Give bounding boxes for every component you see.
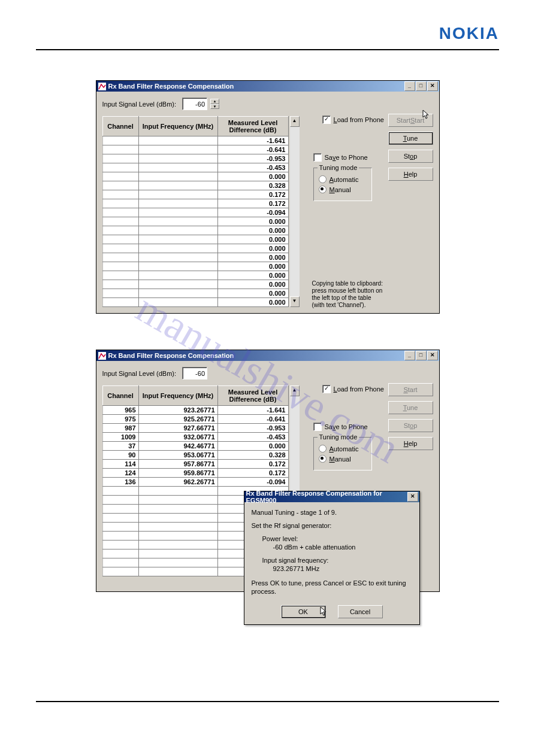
cell-freq[interactable]: 959.86771 bbox=[138, 469, 217, 478]
cell-diff[interactable]: -1.641 bbox=[217, 136, 288, 145]
cell-channel[interactable] bbox=[102, 487, 138, 496]
load-checkbox[interactable]: ✓ bbox=[322, 385, 331, 393]
save-checkbox[interactable] bbox=[313, 423, 322, 431]
cell-channel[interactable] bbox=[102, 235, 138, 244]
cell-channel[interactable]: 975 bbox=[102, 415, 138, 424]
maximize-button[interactable]: □ bbox=[416, 351, 427, 360]
cell-diff[interactable]: 0.000 bbox=[217, 280, 288, 289]
cell-channel[interactable] bbox=[102, 541, 138, 549]
cell-diff[interactable]: -1.641 bbox=[217, 406, 288, 415]
cell-freq[interactable] bbox=[138, 208, 217, 217]
cell-channel[interactable] bbox=[102, 208, 138, 217]
cell-freq[interactable] bbox=[138, 172, 217, 181]
modal-close-button[interactable]: ✕ bbox=[407, 492, 418, 502]
col-frequency[interactable]: Input Frequency (MHz) bbox=[138, 117, 217, 136]
cell-channel[interactable]: 114 bbox=[102, 460, 138, 469]
col-channel[interactable]: Channel bbox=[102, 117, 138, 136]
window-titlebar[interactable]: Rx Band Filter Response Compensation _ □… bbox=[96, 350, 439, 361]
table-row[interactable]: 975925.26771-0.641 bbox=[102, 415, 288, 424]
cell-freq[interactable] bbox=[138, 532, 217, 541]
cell-diff[interactable]: 0.000 bbox=[217, 226, 288, 235]
table-row[interactable]: 965923.26771-1.641 bbox=[102, 406, 288, 415]
cell-freq[interactable]: 942.46771 bbox=[138, 442, 217, 451]
input-signal-field[interactable] bbox=[182, 367, 207, 379]
cell-channel[interactable] bbox=[102, 514, 138, 523]
table-row[interactable]: -0.094 bbox=[102, 208, 288, 217]
modal-titlebar[interactable]: Rx Band Filter Response Compensation for… bbox=[244, 491, 419, 502]
cell-diff[interactable]: 0.172 bbox=[217, 199, 288, 208]
table-row[interactable]: -0.641 bbox=[102, 145, 288, 154]
cell-freq[interactable] bbox=[138, 514, 217, 523]
cell-diff[interactable]: -0.094 bbox=[217, 208, 288, 217]
cell-channel[interactable] bbox=[102, 226, 138, 235]
radio-manual[interactable] bbox=[319, 186, 327, 193]
ok-button[interactable]: OK bbox=[281, 605, 326, 618]
cell-freq[interactable] bbox=[138, 549, 217, 558]
table-row[interactable]: 90953.067710.328 bbox=[102, 451, 288, 460]
cell-channel[interactable] bbox=[102, 567, 138, 576]
cell-freq[interactable] bbox=[138, 154, 217, 163]
cell-channel[interactable]: 124 bbox=[102, 469, 138, 478]
table-row[interactable]: 0.000 bbox=[102, 226, 288, 235]
cell-freq[interactable] bbox=[138, 505, 217, 514]
cell-channel[interactable] bbox=[102, 199, 138, 208]
cell-freq[interactable] bbox=[138, 199, 217, 208]
minimize-button[interactable]: _ bbox=[404, 81, 415, 91]
cell-freq[interactable] bbox=[138, 487, 217, 496]
cell-freq[interactable] bbox=[138, 496, 217, 505]
cell-freq[interactable] bbox=[138, 289, 217, 298]
cell-channel[interactable] bbox=[102, 298, 138, 307]
cell-channel[interactable]: 1009 bbox=[102, 433, 138, 442]
spin-up-icon[interactable]: ▲ bbox=[210, 99, 219, 104]
cell-freq[interactable]: 932.06771 bbox=[138, 433, 217, 442]
save-checkbox[interactable] bbox=[313, 153, 322, 162]
scroll-down-icon[interactable]: ▼ bbox=[290, 296, 300, 307]
cell-channel[interactable] bbox=[102, 145, 138, 154]
table-row[interactable]: 0.000 bbox=[102, 172, 288, 181]
cell-freq[interactable] bbox=[138, 253, 217, 262]
cell-diff[interactable]: -0.953 bbox=[217, 154, 288, 163]
tune-button[interactable]: Tune bbox=[388, 132, 433, 145]
cell-channel[interactable] bbox=[102, 523, 138, 532]
table-row[interactable]: 0.172 bbox=[102, 199, 288, 208]
load-checkbox[interactable]: ✓ bbox=[322, 116, 331, 124]
table-row[interactable]: 0.328 bbox=[102, 181, 288, 190]
cell-channel[interactable] bbox=[102, 154, 138, 163]
cell-diff[interactable]: 0.172 bbox=[217, 469, 288, 478]
cell-channel[interactable] bbox=[102, 190, 138, 199]
cell-channel[interactable] bbox=[102, 549, 138, 558]
cell-freq[interactable] bbox=[138, 163, 217, 172]
cell-freq[interactable] bbox=[138, 523, 217, 532]
cell-freq[interactable] bbox=[138, 262, 217, 271]
cell-channel[interactable] bbox=[102, 253, 138, 262]
cell-channel[interactable]: 965 bbox=[102, 406, 138, 415]
cell-freq[interactable] bbox=[138, 541, 217, 549]
cell-channel[interactable] bbox=[102, 496, 138, 505]
scroll-up-icon[interactable]: ▲ bbox=[290, 385, 300, 396]
input-signal-field[interactable] bbox=[182, 98, 207, 110]
close-button[interactable]: ✕ bbox=[427, 81, 438, 91]
table-row[interactable]: 0.000 bbox=[102, 262, 288, 271]
cell-diff[interactable]: 0.000 bbox=[217, 253, 288, 262]
cell-channel[interactable]: 37 bbox=[102, 442, 138, 451]
cell-channel[interactable] bbox=[102, 217, 138, 226]
spin-control[interactable]: ▲ ▼ bbox=[210, 99, 219, 109]
cell-freq[interactable]: 957.86771 bbox=[138, 460, 217, 469]
cell-channel[interactable] bbox=[102, 181, 138, 190]
cell-diff[interactable]: 0.000 bbox=[217, 217, 288, 226]
stop-button[interactable]: Stop bbox=[388, 150, 433, 163]
cell-diff[interactable]: -0.453 bbox=[217, 163, 288, 172]
cell-diff[interactable]: 0.000 bbox=[217, 172, 288, 181]
minimize-button[interactable]: _ bbox=[404, 351, 415, 360]
cell-freq[interactable] bbox=[138, 190, 217, 199]
table-row[interactable]: 0.000 bbox=[102, 289, 288, 298]
cell-diff[interactable]: -0.641 bbox=[217, 415, 288, 424]
cell-channel[interactable] bbox=[102, 172, 138, 181]
cell-freq[interactable]: 953.06771 bbox=[138, 451, 217, 460]
table-row[interactable]: -0.453 bbox=[102, 163, 288, 172]
cell-channel[interactable] bbox=[102, 289, 138, 298]
cell-freq[interactable] bbox=[138, 145, 217, 154]
table-row[interactable]: -0.953 bbox=[102, 154, 288, 163]
table-row[interactable]: 0.000 bbox=[102, 253, 288, 262]
spin-down-icon[interactable]: ▼ bbox=[210, 104, 219, 110]
